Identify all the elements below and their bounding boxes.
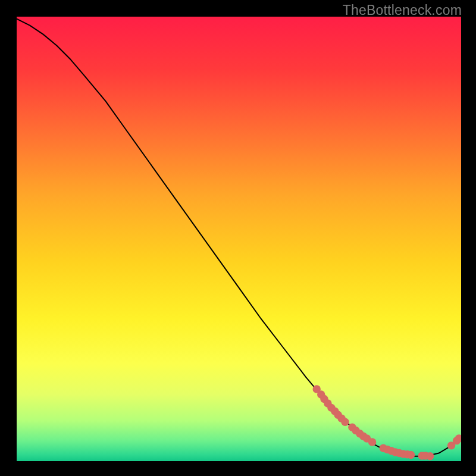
watermark-text: TheBottleneck.com	[343, 2, 462, 18]
data-point	[407, 451, 415, 459]
chart-stage: TheBottleneck.com	[0, 0, 476, 476]
data-point	[341, 418, 349, 426]
dots-group	[313, 385, 461, 460]
plot-overlay	[17, 17, 461, 461]
data-point	[426, 452, 434, 460]
curve-line	[17, 19, 461, 456]
data-point	[368, 438, 376, 446]
plot-area	[17, 17, 461, 461]
